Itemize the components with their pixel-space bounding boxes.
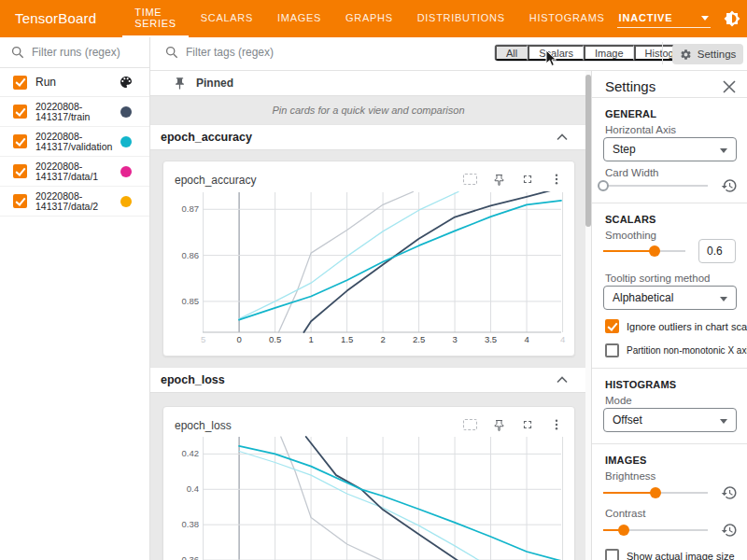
smoothing-label: Smoothing [605,230,656,241]
general-section-title: GENERAL [605,108,656,119]
chevron-up-icon[interactable] [557,376,568,384]
contrast-slider[interactable] [603,525,708,536]
svg-text:0.42: 0.42 [182,448,200,458]
horizontal-axis-select[interactable]: Step [603,137,737,161]
svg-text:2.5: 2.5 [413,334,425,344]
card-width-label: Card Width [605,167,659,178]
run-name: 20220808-141317/data/2 [35,191,98,212]
partition-x-axis-label: Partition non-monotonic X axis [627,345,747,356]
run-color-dot [120,196,132,207]
tab-images[interactable]: IMAGES [265,0,333,37]
run-list: 20220808-141317/train20220808-141317/val… [0,97,149,217]
runs-sidebar: Run 20220808-141317/train20220808-141317… [0,37,150,560]
reset-icon[interactable] [721,177,738,194]
select-all-runs-checkbox[interactable] [13,76,27,90]
histogram-mode-value: Offset [613,413,642,427]
svg-text:0: 0 [236,334,241,344]
card-title: epoch_accuracy [175,174,256,187]
chevron-down-icon [720,148,727,153]
close-icon[interactable] [723,80,736,93]
partition-x-axis-checkbox[interactable] [605,343,619,357]
run-status-dropdown[interactable]: INACTIVE [617,9,711,28]
filter-runs-search [0,37,149,68]
app-logo: TensorBoard [0,0,96,37]
svg-text:0.87: 0.87 [182,203,200,214]
nav-tabs: TIME SERIESSCALARSIMAGESGRAPHSDISTRIBUTI… [122,0,616,37]
theme-icon[interactable] [724,10,740,27]
line-chart-epoch-accuracy[interactable]: 0.850.860.87500.511.522.533.544 [163,186,574,352]
run-color-dot [120,106,132,118]
gear-icon [680,49,692,61]
filter-all[interactable]: All [495,45,528,61]
svg-text:0.86: 0.86 [182,250,200,260]
run-name: 20220808-141317/validation [35,132,112,152]
svg-text:1: 1 [308,334,313,344]
run-checkbox[interactable] [13,134,27,148]
cards-area: Pinned Pin cards for a quick view and co… [150,71,586,560]
brightness-label: Brightness [605,470,655,482]
tab-time-series[interactable]: TIME SERIES [122,0,189,37]
ignore-outliers-checkbox[interactable] [605,319,619,333]
tab-graphs[interactable]: GRAPHS [333,0,405,37]
ignore-outliers-label: Ignore outliers in chart scaling [627,321,747,332]
filter-runs-input[interactable] [32,46,134,59]
settings-button[interactable]: Settings [672,44,743,64]
svg-text:4: 4 [524,334,529,344]
partition-x-axis-row[interactable]: Partition non-monotonic X axis ? [605,343,747,357]
run-name: 20220808-141317/data/1 [35,161,98,182]
tab-histograms[interactable]: HISTOGRAMS [517,0,617,37]
pin-icon [173,77,187,91]
tooltip-sorting-value: Alphabetical [613,291,673,304]
run-checkbox[interactable] [13,105,27,119]
pinned-label: Pinned [196,77,233,90]
tab-distributions[interactable]: DISTRIBUTIONS [405,0,517,37]
filter-image[interactable]: Image [584,45,634,61]
section-header-epoch-accuracy[interactable]: epoch_accuracy [150,124,586,150]
run-row-141317-validation[interactable]: 20220808-141317/validation [0,127,149,157]
histogram-mode-select[interactable]: Offset [603,408,737,432]
tooltip-sorting-select[interactable]: Alphabetical [603,286,737,310]
scalars-section-title: SCALARS [605,214,656,225]
toolbar-divider [662,42,663,64]
filter-scalars[interactable]: Scalars [528,45,584,61]
svg-text:4: 4 [560,334,565,344]
run-row-141317-data-1[interactable]: 20220808-141317/data/1 [0,157,149,187]
run-name: 20220808-141317/train [35,102,90,122]
smoothing-slider[interactable] [603,245,685,257]
svg-text:5: 5 [201,334,205,344]
svg-text:0.36: 0.36 [182,554,200,560]
search-icon [165,46,178,59]
tab-scalars[interactable]: SCALARS [189,0,265,37]
histogram-mode-label: Mode [605,395,632,406]
svg-text:0.4: 0.4 [187,483,199,494]
tag-type-filter-group: AllScalarsImageHistogram [494,44,702,62]
scalar-card-epoch-accuracy: epoch_accuracy 0.850.860.87500.511.522.5… [162,161,575,357]
run-row-141317-data-2[interactable]: 20220808-141317/data/2 [0,187,149,217]
filter-tags-input[interactable] [186,46,373,59]
svg-text:1.5: 1.5 [341,334,353,344]
show-actual-size-checkbox[interactable] [605,549,619,560]
brightness-slider[interactable] [603,487,708,498]
histograms-section-title: HISTOGRAMS [605,379,676,390]
svg-text:0.5: 0.5 [269,334,281,344]
card-title: epoch_loss [175,419,232,432]
main-toolbar: AllScalarsImageHistogram Settings [150,37,747,71]
show-actual-size-row[interactable]: Show actual image size [605,549,735,560]
section-header-epoch-loss[interactable]: epoch_loss [150,367,586,393]
settings-panel-title: Settings [605,78,655,94]
card-width-slider[interactable] [603,180,708,191]
reset-icon[interactable] [721,522,738,539]
run-color-dot [120,136,132,147]
settings-button-label: Settings [698,49,737,60]
run-checkbox[interactable] [13,164,27,178]
top-navbar: TensorBoard TIME SERIESSCALARSIMAGESGRAP… [0,0,747,37]
ignore-outliers-row[interactable]: Ignore outliers in chart scaling [605,319,747,333]
smoothing-value-input[interactable]: 0.6 [698,239,736,263]
reset-icon[interactable] [721,484,738,501]
runs-header-label: Run [35,76,56,89]
line-chart-epoch-loss[interactable]: 0.360.380.40.42 [163,431,574,560]
run-checkbox[interactable] [13,194,27,208]
run-row-141317-train[interactable]: 20220808-141317/train [0,97,149,127]
horizontal-axis-label: Horizontal Axis [605,124,676,135]
chevron-up-icon[interactable] [557,133,568,141]
